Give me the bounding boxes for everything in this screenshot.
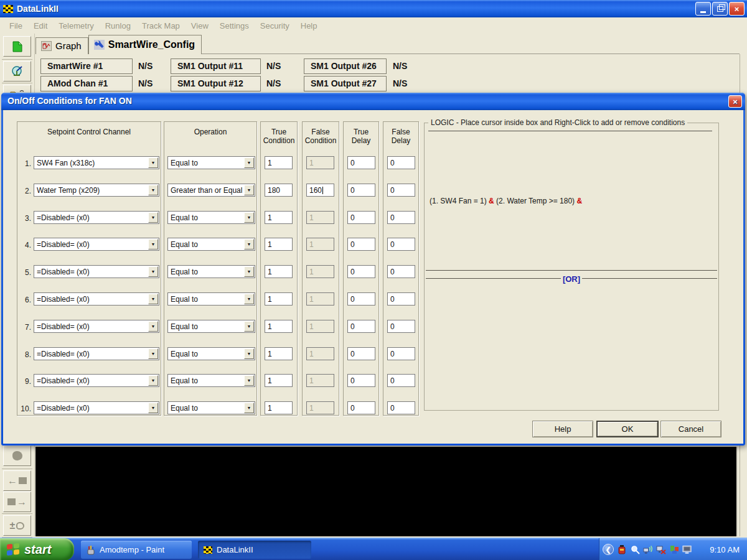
ok-button[interactable]: OK <box>596 421 659 437</box>
true-condition-input[interactable]: 180 <box>265 184 293 197</box>
shift-right-button[interactable]: → <box>3 492 31 512</box>
true-condition-input[interactable]: 1 <box>265 292 293 306</box>
channel-cell[interactable]: SM1 Output #12 <box>171 76 261 91</box>
false-condition-input[interactable]: 1 <box>306 401 334 414</box>
restore-button[interactable] <box>712 2 728 16</box>
true-condition-input[interactable]: 1 <box>265 238 293 251</box>
new-file-button[interactable] <box>3 36 31 57</box>
minimize-button[interactable] <box>695 2 711 16</box>
channel-cell[interactable]: SM1 Output #26 <box>304 58 387 74</box>
false-condition-input[interactable]: 1 <box>306 238 334 251</box>
shift-left-button[interactable]: ← <box>3 470 31 491</box>
false-delay-input[interactable]: 0 <box>387 401 415 414</box>
operation-select[interactable]: Equal to▼ <box>167 347 255 360</box>
true-condition-input[interactable]: 1 <box>265 211 293 224</box>
display-settings-icon[interactable] <box>669 544 679 554</box>
false-delay-input[interactable]: 0 <box>387 156 415 169</box>
true-delay-input[interactable]: 0 <box>347 292 375 306</box>
operation-select[interactable]: Equal to▼ <box>167 320 255 333</box>
magnifier-icon[interactable] <box>630 544 640 554</box>
false-condition-input[interactable]: 1 <box>306 347 334 360</box>
true-delay-input[interactable]: 0 <box>347 211 375 224</box>
menu-security[interactable]: Security <box>255 19 295 32</box>
operation-select[interactable]: Equal to▼ <box>167 374 255 387</box>
false-delay-input[interactable]: 0 <box>387 292 415 306</box>
cancel-button[interactable]: Cancel <box>660 421 721 437</box>
menu-runlog[interactable]: Runlog <box>100 19 136 32</box>
tab-smartwire-config[interactable]: SmartWire_Config <box>88 35 202 54</box>
operation-select[interactable]: Equal to▼ <box>167 265 255 278</box>
setpoint-channel-select[interactable]: =Disabled= (x0)▼ <box>34 347 159 360</box>
true-condition-input[interactable]: 1 <box>265 320 293 333</box>
task-datalink[interactable]: DataLinkII <box>198 541 311 559</box>
marker-button[interactable] <box>3 446 31 466</box>
false-condition-input[interactable]: 160 <box>306 184 334 197</box>
false-condition-input[interactable]: 1 <box>306 156 334 169</box>
graph-view-area[interactable] <box>35 447 738 536</box>
wireless-network-icon[interactable] <box>643 544 653 554</box>
help-button[interactable]: Help <box>532 421 593 437</box>
tray-chevron-icon[interactable]: ❮ <box>603 544 614 555</box>
close-button[interactable]: × <box>729 2 745 16</box>
channel-cell[interactable]: SM1 Output #27 <box>304 76 387 91</box>
true-delay-input[interactable]: 0 <box>347 184 375 197</box>
start-button[interactable]: start <box>0 538 74 560</box>
setpoint-channel-select[interactable]: =Disabled= (x0)▼ <box>34 238 159 251</box>
true-condition-input[interactable]: 1 <box>265 156 293 169</box>
monitor-icon[interactable] <box>682 544 692 554</box>
false-condition-input[interactable]: 1 <box>306 320 334 333</box>
setpoint-channel-select[interactable]: Water Temp (x209)▼ <box>34 184 159 197</box>
setpoint-channel-select[interactable]: =Disabled= (x0)▼ <box>34 320 159 333</box>
operation-select[interactable]: Equal to▼ <box>167 211 255 224</box>
true-delay-input[interactable]: 0 <box>347 238 375 251</box>
false-delay-input[interactable]: 0 <box>387 238 415 251</box>
true-delay-input[interactable]: 0 <box>347 347 375 360</box>
setpoint-channel-select[interactable]: =Disabled= (x0)▼ <box>34 292 159 306</box>
true-condition-input[interactable]: 1 <box>265 401 293 414</box>
setpoint-channel-select[interactable]: SW4 Fan (x318c)▼ <box>34 156 159 169</box>
false-delay-input[interactable]: 0 <box>387 347 415 360</box>
false-condition-input[interactable]: 1 <box>306 265 334 278</box>
false-delay-input[interactable]: 0 <box>387 265 415 278</box>
operation-select[interactable]: Equal to▼ <box>167 292 255 306</box>
operation-select[interactable]: Equal to▼ <box>167 401 255 414</box>
operation-select[interactable]: Equal to▼ <box>167 156 255 169</box>
true-delay-input[interactable]: 0 <box>347 320 375 333</box>
menu-view[interactable]: View <box>186 19 214 32</box>
true-delay-input[interactable]: 0 <box>347 265 375 278</box>
setpoint-channel-select[interactable]: =Disabled= (x0)▼ <box>34 265 159 278</box>
setpoint-channel-select[interactable]: =Disabled= (x0)▼ <box>34 374 159 387</box>
false-delay-input[interactable]: 0 <box>387 184 415 197</box>
menu-file[interactable]: File <box>4 19 28 32</box>
menu-settings[interactable]: Settings <box>214 19 255 32</box>
false-condition-input[interactable]: 1 <box>306 292 334 306</box>
menu-edit[interactable]: Edit <box>28 19 53 32</box>
false-delay-input[interactable]: 0 <box>387 211 415 224</box>
true-condition-input[interactable]: 1 <box>265 347 293 360</box>
setpoint-channel-select[interactable]: =Disabled= (x0)▼ <box>34 401 159 414</box>
task-paint[interactable]: Amodtemp - Paint <box>81 541 192 559</box>
battery-icon[interactable] <box>617 544 627 554</box>
operation-select[interactable]: Equal to▼ <box>167 238 255 251</box>
logic-groupbox[interactable]: LOGIC - Place cursor inside box and Righ… <box>424 123 719 411</box>
setpoint-channel-select[interactable]: =Disabled= (x0)▼ <box>34 211 159 224</box>
true-delay-input[interactable]: 0 <box>347 374 375 387</box>
true-delay-input[interactable]: 0 <box>347 156 375 169</box>
network-disconnected-icon[interactable] <box>656 544 666 554</box>
true-delay-input[interactable]: 0 <box>347 401 375 414</box>
channel-cell[interactable]: AMod Chan #1 <box>40 76 133 91</box>
dialog-titlebar[interactable]: On/Off Conditions for FAN ON × <box>1 93 745 110</box>
false-delay-input[interactable]: 0 <box>387 374 415 387</box>
false-condition-input[interactable]: 1 <box>306 374 334 387</box>
channel-cell[interactable]: SmartWire #1 <box>40 58 133 74</box>
zoom-region-button[interactable]: ± <box>3 515 31 536</box>
menu-trackmap[interactable]: Track Map <box>136 19 186 32</box>
true-condition-input[interactable]: 1 <box>265 265 293 278</box>
false-delay-input[interactable]: 0 <box>387 320 415 333</box>
channel-cell[interactable]: SM1 Output #11 <box>171 58 261 74</box>
menu-help[interactable]: Help <box>295 19 323 32</box>
telemetry-button[interactable] <box>3 61 31 82</box>
true-condition-input[interactable]: 1 <box>265 374 293 387</box>
dialog-close-button[interactable]: × <box>728 95 742 108</box>
false-condition-input[interactable]: 1 <box>306 211 334 224</box>
